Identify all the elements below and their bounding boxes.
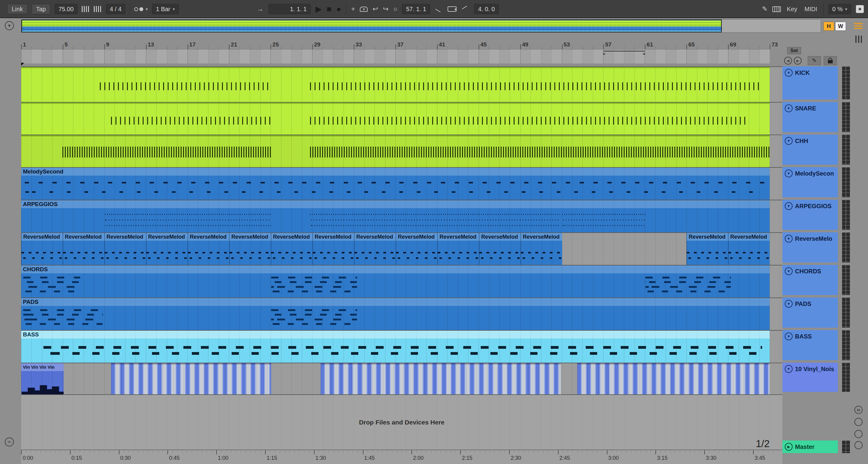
chevron-down-icon[interactable]: ▼ bbox=[785, 69, 793, 76]
clip-reversemelo[interactable]: ReverseMelod bbox=[104, 233, 146, 265]
track-lane-chords[interactable]: CHORDS bbox=[21, 265, 782, 298]
clip-vinyl[interactable]: Vin Vin Vin Vin▂▅▃▇▄▆▂▅▃▆▄▇ bbox=[21, 363, 64, 394]
clip-reversemelo[interactable]: ReverseMelod bbox=[146, 233, 188, 265]
capture-midi-icon[interactable] bbox=[360, 7, 368, 12]
arrangement-position-field[interactable]: 1. 1. 1 bbox=[269, 4, 311, 14]
clip-vinyl[interactable] bbox=[111, 363, 271, 394]
punch-out-icon[interactable] bbox=[461, 6, 469, 12]
chevron-down-icon[interactable]: ▼ bbox=[785, 365, 793, 373]
scrub-area[interactable]: ▸ ◂ bbox=[21, 50, 770, 64]
clip-reversemelo[interactable]: ReverseMelod bbox=[728, 233, 770, 265]
time-signature-field[interactable]: 4 / 4 bbox=[106, 4, 125, 14]
bar-ruler[interactable]: 15913172125293337414549535761656973 bbox=[21, 34, 770, 50]
overview-viewport-box[interactable] bbox=[22, 20, 722, 32]
play-button[interactable]: ▶ bbox=[315, 0, 322, 18]
drop-zone[interactable]: Drop Files and Devices Here bbox=[21, 394, 782, 450]
clip-melodysecond[interactable]: MelodySecond bbox=[21, 168, 770, 200]
show-returns-button[interactable] bbox=[855, 418, 863, 426]
clip-reversemelo[interactable]: ReverseMelod bbox=[229, 233, 271, 265]
nudge-down-icon[interactable] bbox=[82, 6, 90, 12]
track-header-snare[interactable]: ▼SNARE bbox=[782, 102, 838, 132]
track-header-arpeggios[interactable]: ▼ARPEGGIOS bbox=[782, 200, 838, 230]
next-locator-button[interactable]: ▶ bbox=[794, 57, 802, 65]
hamburger-menu-icon[interactable] bbox=[854, 23, 863, 30]
chevron-down-icon[interactable]: ▼ bbox=[785, 169, 793, 177]
midi-map-button[interactable]: MIDI bbox=[803, 6, 818, 13]
quantization-menu[interactable]: 1 Bar ▾ bbox=[152, 4, 179, 14]
clip-reversemelo[interactable]: ReverseMelod bbox=[188, 233, 229, 265]
track-lane-snare[interactable] bbox=[21, 102, 782, 134]
tempo-field[interactable]: 75.00 bbox=[55, 4, 78, 14]
link-button[interactable]: Link bbox=[7, 4, 27, 14]
track-lane-arpeggios[interactable]: ARPEGGIOS bbox=[21, 200, 782, 232]
toggle-overview-button[interactable]: ▼ bbox=[5, 21, 14, 30]
loop-brace[interactable]: ▸ ◂ bbox=[603, 51, 645, 56]
track-lane-kick[interactable] bbox=[21, 66, 782, 102]
clip-reversemelo[interactable]: ReverseMelod bbox=[354, 233, 396, 265]
loop-end-marker-icon[interactable]: ◂ bbox=[642, 52, 645, 56]
arrangement-overview[interactable] bbox=[21, 19, 821, 33]
chevron-down-icon[interactable]: ▼ bbox=[785, 202, 793, 210]
track-header-chh[interactable]: ▼CHH bbox=[782, 134, 838, 165]
loop-length-field[interactable]: 4. 0. 0 bbox=[474, 4, 499, 14]
clip-kick[interactable] bbox=[21, 67, 770, 102]
back-to-arrangement-left-icon[interactable]: ↩ bbox=[372, 5, 378, 13]
draw-automation-button[interactable]: ✎ bbox=[808, 56, 821, 65]
chevron-down-icon[interactable]: ▼ bbox=[785, 333, 793, 340]
mixer-sections-icon[interactable] bbox=[855, 36, 863, 43]
overdub-plus-icon[interactable]: + bbox=[351, 5, 355, 13]
key-map-button[interactable]: Key bbox=[786, 6, 798, 13]
chevron-down-icon[interactable]: ▾ bbox=[146, 7, 148, 11]
re-enable-automation-icon[interactable]: ↪ bbox=[383, 5, 389, 13]
clip-vinyl[interactable] bbox=[320, 363, 561, 394]
clip-pads[interactable]: PADS bbox=[21, 298, 770, 330]
track-header-kick[interactable]: ▼KICK bbox=[782, 66, 838, 99]
chevron-down-icon[interactable]: ▼ bbox=[785, 300, 793, 308]
tap-tempo-button[interactable]: Tap bbox=[32, 4, 50, 14]
track-lane-bass[interactable]: BASS bbox=[21, 330, 782, 363]
show-crossfade-button[interactable] bbox=[855, 441, 863, 449]
clip-arpeggios[interactable]: ARPEGGIOS bbox=[21, 200, 770, 232]
clip-chords[interactable]: CHORDS bbox=[21, 266, 770, 298]
clip-reversemelo[interactable]: ReverseMelod bbox=[63, 233, 104, 265]
loop-icon[interactable] bbox=[447, 6, 457, 12]
record-button[interactable]: ● bbox=[336, 0, 341, 18]
chevron-down-icon[interactable]: ▼ bbox=[785, 267, 793, 275]
optimize-height-button[interactable]: H bbox=[824, 22, 834, 31]
clip-vinyl[interactable] bbox=[577, 363, 770, 394]
metronome-button[interactable]: ▾ bbox=[134, 6, 148, 13]
track-header-master[interactable]: ▶ Master bbox=[782, 440, 838, 453]
chevron-down-icon[interactable]: ▼ bbox=[785, 235, 793, 243]
clip-chh[interactable] bbox=[21, 135, 770, 167]
clip-reversemelo[interactable]: ReverseMelod bbox=[437, 233, 479, 265]
follow-button[interactable]: → bbox=[257, 5, 264, 13]
session-record-icon[interactable]: ○ bbox=[393, 5, 397, 13]
track-header-vinyl[interactable]: ▼10 Vinyl_Nois bbox=[782, 363, 838, 392]
previous-locator-button[interactable]: ◀ bbox=[784, 57, 792, 65]
track-header-melodysecond[interactable]: ▼MelodySecon bbox=[782, 167, 838, 197]
master-play-icon[interactable]: ▶ bbox=[785, 443, 793, 451]
track-lane-melodysecond[interactable]: MelodySecond bbox=[21, 167, 782, 200]
draw-mode-icon[interactable]: ✎ bbox=[762, 5, 767, 13]
show-mixer-button[interactable] bbox=[855, 430, 863, 438]
track-lane-chh[interactable] bbox=[21, 134, 782, 167]
clip-reversemelo[interactable]: ReverseMelod bbox=[312, 233, 354, 265]
toggle-waveform-button[interactable]: ≈ bbox=[5, 437, 14, 446]
track-header-reversemelo[interactable]: ▼ReverseMelo bbox=[782, 232, 838, 262]
set-locator-button[interactable]: Set bbox=[787, 47, 801, 54]
loop-start-marker-icon[interactable]: ▸ bbox=[603, 52, 606, 56]
track-lane-pads[interactable]: PADS bbox=[21, 298, 782, 330]
show-io-button[interactable]: io bbox=[855, 406, 863, 414]
clip-reversemelo[interactable]: ReverseMelod bbox=[271, 233, 312, 265]
loop-start-field[interactable]: 57. 1. 1 bbox=[402, 4, 430, 14]
cpu-meter[interactable]: 0 % ▾ bbox=[829, 4, 851, 14]
clip-snare[interactable] bbox=[21, 102, 770, 134]
stop-button[interactable]: ■ bbox=[327, 0, 332, 18]
track-header-bass[interactable]: ▼BASS bbox=[782, 330, 838, 360]
track-header-pads[interactable]: ▼PADS bbox=[782, 298, 838, 328]
time-ruler[interactable]: 0:000:150:300:451:001:151:301:452:002:15… bbox=[21, 450, 782, 464]
nudge-up-icon[interactable] bbox=[94, 6, 102, 12]
computer-midi-keyboard-icon[interactable] bbox=[772, 6, 781, 12]
punch-in-icon[interactable] bbox=[435, 6, 443, 12]
chevron-down-icon[interactable]: ▼ bbox=[785, 104, 793, 112]
